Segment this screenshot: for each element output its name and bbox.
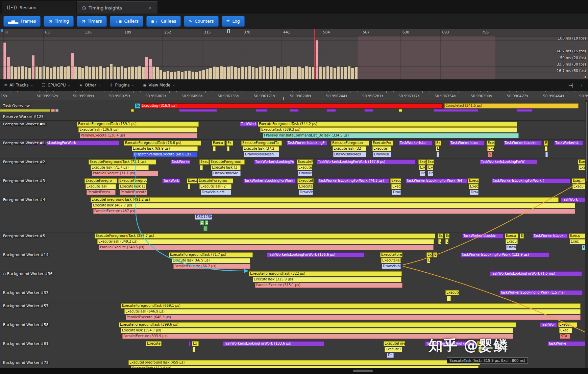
toolbar-button-log[interactable]: ≡Log [222,16,245,27]
timing-event[interactable]: ExecuteForegr [297,159,313,165]
timing-event[interactable]: TaskWorke [547,341,587,346]
timing-event[interactable]: DispatchParallelExecute (68.8 µs) [133,152,197,157]
timing-event[interactable]: Execut [390,178,401,183]
timing-event[interactable]: ParallelExecute (136.4 µs) [80,133,197,138]
filter-all-tracks[interactable]: ≡All Tracks⌄ [4,83,33,88]
toolbar-button-callees[interactable]: ▪⋮Callees [146,16,181,27]
track-label[interactable]: Foreground Worker #4 [1,197,47,202]
frames-selected-region[interactable] [358,36,495,79]
timing-event[interactable]: Execu [506,239,518,244]
track-label[interactable]: Foreground Worker #2 [1,159,47,165]
tab-session[interactable]: ((•)) Session [2,1,76,14]
frame-bar[interactable] [167,71,169,79]
frame-bar[interactable] [124,68,127,80]
timing-event[interactable] [0,109,50,112]
frame-bar[interactable] [199,71,201,79]
timing-event[interactable]: Exec [487,141,495,146]
frame-bar[interactable] [28,68,31,80]
frame-bar[interactable] [277,68,279,80]
track-row[interactable]: Foreground Worker #3ExecuteForegroExecut… [0,178,588,196]
frame-bar[interactable] [202,70,205,79]
timing-event[interactable]: DrawVisibleMes [333,152,366,157]
frame-bar[interactable] [245,67,247,79]
timing-event[interactable]: TaskWorkerIsLookingForWork (64 [406,178,467,183]
timing-event[interactable]: Exec [570,239,587,244]
timing-event[interactable]: ExecuteForegroundTask (459 µs) [128,360,480,365]
track-label[interactable]: Foreground Worker #3 [1,178,47,183]
timing-event[interactable]: D3D12RHI [195,215,212,220]
timing-event[interactable]: Exec [391,184,401,189]
timing-event[interactable]: ExecuteTask (339.3 µs) [260,127,517,132]
timing-event[interactable]: ExecuteTask (66.9 µs) [172,258,250,263]
timing-event[interactable]: ExecuteF [445,290,459,295]
frame-bar[interactable] [177,71,180,79]
timing-tracks-area[interactable]: Task OverviewScExecuting (316.9 µs)Compl… [0,100,588,368]
track-row[interactable]: Foreground Worker #1TaskWorkerIsLookingF… [0,140,588,158]
toolbar-button-counters[interactable]: ∿Counters [184,16,218,27]
frame-bar[interactable] [149,59,152,79]
frame-bar[interactable] [259,67,262,79]
frame-bar[interactable] [209,68,212,80]
timing-event[interactable]: Ex [226,141,233,146]
track-label[interactable]: Background Worker #61 [1,341,50,346]
track-label[interactable]: ◇ Background Worker #36 [1,271,54,276]
timing-event[interactable]: ExecuteT [372,146,391,151]
track-row[interactable]: Foreground Worker #5ExecuteForegroundTas… [0,233,588,251]
timing-event[interactable] [255,109,268,112]
frame-bar[interactable] [145,57,148,79]
timing-event[interactable]: DrawVisibleM [201,190,231,195]
timing-event[interactable]: ExecuteFore [297,178,314,183]
timing-event[interactable]: ExecuteForegroundTask (399.6 µs) [119,322,516,327]
filter-plugins[interactable]: ⇩Plugins⌄ [109,83,134,88]
track-row[interactable]: ◇ Background Worker #36ExecuteForeground… [0,271,588,289]
timing-event[interactable]: STA [560,334,570,339]
frame-time-histogram[interactable]: 100 ms (10 fps)66.7 ms (15 fps)50 ms (20… [0,36,588,79]
timing-event[interactable]: ParallelExecute (66.2 µs) [173,264,250,269]
timing-event[interactable]: ExecuteTask (3 [211,165,241,170]
timing-event[interactable]: TaskWor [540,322,557,327]
timing-event[interactable]: Ex [426,252,432,257]
track-label[interactable]: Reserve Worker #125 [1,114,45,119]
frame-bar[interactable] [181,72,183,79]
timing-event[interactable]: ExecuteForegroundTask (322 µs) [249,271,402,276]
timing-event[interactable] [188,184,190,189]
timing-event[interactable]: ParallelExecute [120,190,147,195]
timing-event[interactable]: TaskWorkerIsLookin [462,233,504,239]
timing-event[interactable] [51,109,55,112]
timing-event[interactable]: Dra [420,171,425,176]
frame-bar[interactable] [309,67,311,79]
filter-view-mode[interactable]: ◉View Mode⌄ [143,83,175,88]
frame-bar[interactable] [78,67,81,79]
timing-event[interactable]: Execu [468,178,479,183]
timing-event[interactable]: E [427,258,430,263]
frame-bar[interactable] [142,67,145,79]
timing-event[interactable] [189,341,191,346]
frame-bar[interactable] [319,67,322,79]
timing-event[interactable]: ExecuteTask (646.9 µs) [124,309,581,314]
timing-event[interactable]: TaskWorkerIsLookingForWork (183.6 µs) [223,341,324,346]
timing-event[interactable]: Completed (341.5 µs) [444,103,579,108]
frame-bar[interactable] [238,68,240,80]
timing-event[interactable]: TaskWorkerIsLookingForWork (156.6 µs) [267,252,364,257]
timing-event[interactable]: Execu [572,184,586,189]
timing-event[interactable]: E [438,239,441,244]
frame-bar[interactable] [114,67,116,79]
frame-bar[interactable] [14,67,17,79]
timing-event[interactable]: TaskWorkerIsLookingForWork (1.5 ms) [490,271,582,276]
timing-event[interactable]: ParallelExecute (348.5 µs) [99,245,434,250]
frame-bar[interactable] [103,68,105,80]
timing-event[interactable]: E [445,239,448,244]
frame-bar[interactable] [284,67,287,79]
frame-bar[interactable] [223,67,226,79]
frame-bar[interactable] [351,68,354,80]
toolbar-button-frames[interactable]: ▃▅▂Frames [3,16,41,27]
frame-bar[interactable] [92,67,95,79]
frame-bar[interactable] [323,67,325,79]
frame-bar[interactable] [7,57,10,79]
frame-bar[interactable] [213,67,216,79]
current-frame-marker[interactable] [314,29,315,79]
filter-cpu-gpu[interactable]: ☷CPU/GPU⌄ [42,83,70,88]
vertical-scrollbar-thumb[interactable] [586,102,587,181]
timing-event[interactable]: TaskWorkerIsLookingForWork (167.6 µs) [317,159,416,165]
track-label[interactable]: Foreground Worker #5 [1,233,47,239]
